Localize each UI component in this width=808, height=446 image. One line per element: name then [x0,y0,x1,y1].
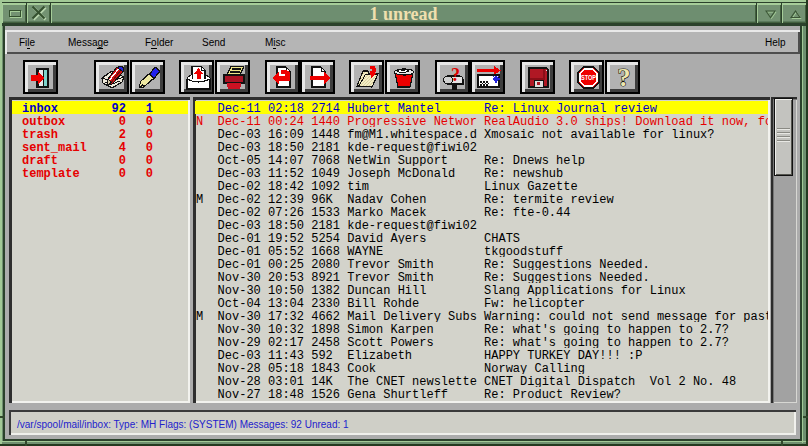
svg-text:?: ? [451,66,460,85]
svg-text:?: ? [618,66,631,90]
svg-text:STOP: STOP [581,74,596,81]
